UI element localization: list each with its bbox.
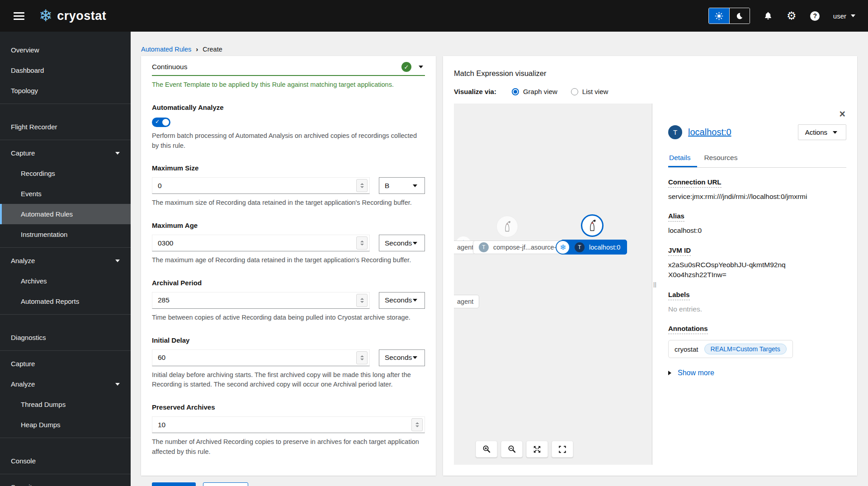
notifications-button[interactable] [763, 10, 774, 21]
sidebar-item-diagnostics[interactable]: Diagnostics [0, 327, 131, 348]
sidebar-item-thread-dumps[interactable]: Thread Dumps [0, 394, 131, 415]
fullscreen-button[interactable] [552, 441, 573, 458]
topology-graph[interactable]: ❄ agent T compose-jf...asource-1 ❄ T loc… [454, 104, 652, 465]
initial-delay-unit-select[interactable]: Seconds [379, 349, 425, 366]
number-spinner[interactable] [356, 236, 368, 250]
chevron-right-icon [668, 371, 671, 375]
number-spinner[interactable] [411, 418, 423, 431]
brand-name: cryostat [57, 9, 106, 23]
chevron-down-icon [419, 66, 423, 68]
chevron-down-icon [115, 383, 120, 386]
sidebar-divider [0, 140, 131, 140]
jvm-id-label: JVM ID [668, 246, 691, 256]
auto-analyze-label: Automatically Analyze [152, 104, 425, 111]
localhost-node-badge[interactable]: ❄ T localhost:0 [561, 240, 627, 255]
sidebar-group-capture[interactable]: Capture [0, 143, 131, 163]
actions-dropdown[interactable]: Actions [798, 124, 846, 140]
realm-chip[interactable]: REALM=Custom Targets [704, 344, 787, 354]
help-button[interactable]: ? [810, 10, 821, 21]
archival-period-field [152, 292, 370, 309]
sidebar-item-capture-2[interactable]: Capture [0, 354, 131, 374]
sidebar-group-analyze-2[interactable]: Analyze [0, 374, 131, 394]
sidebar-item-automated-rules[interactable]: Automated Rules [0, 204, 131, 224]
sidebar-item-heap-dumps[interactable]: Heap Dumps [0, 415, 131, 435]
sidebar-item-security[interactable]: Security [0, 477, 131, 486]
sidebar-item-recordings[interactable]: Recordings [0, 163, 131, 184]
labels-label: Labels [668, 291, 690, 300]
sidebar-item-flight-recorder[interactable]: Flight Recorder [0, 117, 131, 137]
archival-period-unit-select[interactable]: Seconds [379, 292, 425, 309]
auto-analyze-toggle[interactable]: ✓ [152, 118, 170, 127]
jvm-id-value: x2aSu0sRCOspYeobhJU-qkmtM92nqX0o4hzsh22T… [668, 260, 786, 280]
graph-node-compose[interactable] [496, 216, 518, 237]
number-spinner[interactable] [356, 351, 368, 364]
preserved-archives-label: Preserved Archives [152, 403, 425, 411]
agent-badge-label: agent [457, 244, 473, 251]
brand[interactable]: ❄ cryostat [39, 8, 106, 24]
question-circle-icon: ? [810, 11, 820, 21]
sidebar-divider [0, 247, 131, 248]
sidebar-item-dashboard[interactable]: Dashboard [0, 60, 131, 80]
maximum-age-unit-select[interactable]: Seconds [379, 235, 425, 251]
sidebar-item-console[interactable]: Console [0, 451, 131, 471]
sidebar-item-instrumentation[interactable]: Instrumentation [0, 224, 131, 245]
tab-resources[interactable]: Resources [697, 149, 744, 167]
sidebar-item-events[interactable]: Events [0, 184, 131, 204]
preserved-archives-helper: The number of Archived Recording copies … [152, 437, 425, 457]
sidebar-divider [0, 350, 131, 351]
close-icon[interactable]: × [840, 109, 845, 119]
maximum-age-input[interactable] [157, 239, 356, 248]
chevron-down-icon [413, 356, 417, 359]
maximum-age-field [152, 235, 370, 251]
actions-label: Actions [805, 128, 827, 136]
alias-label: Alias [668, 212, 684, 222]
drawer-resize-handle[interactable]: || [652, 104, 658, 465]
number-spinner[interactable] [356, 179, 368, 192]
duke-icon [585, 219, 599, 232]
event-template-select[interactable]: Continuous ✓ [152, 59, 425, 76]
show-more[interactable]: Show more [668, 369, 846, 377]
cancel-button[interactable]: Cancel [203, 482, 248, 486]
annotation-key: cryostat [675, 345, 698, 353]
archival-period-unit-value: Seconds [385, 296, 412, 304]
sidebar-item-archives[interactable]: Archives [0, 271, 131, 291]
zoom-out-button[interactable] [501, 441, 523, 458]
snowflake-logo-icon: ❄ [39, 8, 52, 24]
archival-period-helper: Time between copies of active Recording … [152, 313, 425, 323]
settings-button[interactable]: ⚙ [786, 10, 797, 21]
sidebar-group-analyze[interactable]: Analyze [0, 250, 131, 271]
dark-theme-button[interactable] [729, 8, 750, 24]
sidebar-item-overview[interactable]: Overview [0, 40, 131, 60]
chevron-down-icon [115, 260, 120, 262]
zoom-in-button[interactable] [476, 441, 497, 458]
compose-node-badge[interactable]: T compose-jf...asource-1 [473, 241, 566, 254]
graph-node-localhost[interactable] [581, 214, 604, 237]
show-more-link[interactable]: Show more [678, 369, 714, 377]
nav-toggle-icon[interactable] [14, 10, 24, 22]
sidebar-item-topology[interactable]: Topology [0, 80, 131, 101]
maximum-size-unit-select[interactable]: B [379, 177, 425, 194]
initial-delay-input[interactable] [157, 353, 356, 362]
preserved-archives-input[interactable] [157, 420, 411, 429]
target-title-link[interactable]: localhost:0 [688, 127, 798, 137]
visualize-via-label: Visualize via: [454, 88, 496, 95]
sidebar-divider [0, 474, 131, 474]
moon-icon [736, 12, 743, 20]
target-avatar: T [479, 242, 489, 252]
light-theme-button[interactable] [709, 8, 729, 24]
create-button[interactable]: Create [152, 482, 196, 486]
archival-period-input[interactable] [157, 296, 356, 305]
user-menu[interactable]: user [833, 12, 855, 20]
agent-badge-2[interactable]: agent [454, 295, 479, 308]
breadcrumb-automated-rules-link[interactable]: Automated Rules [141, 46, 191, 53]
list-view-radio[interactable]: List view [571, 88, 609, 95]
graph-view-radio[interactable]: Graph view [512, 88, 557, 95]
user-menu-label: user [833, 12, 846, 20]
maximum-size-input[interactable] [157, 181, 356, 190]
sidebar-item-automated-reports[interactable]: Automated Reports [0, 291, 131, 311]
fit-to-screen-button[interactable] [526, 441, 548, 458]
number-spinner[interactable] [356, 294, 368, 307]
cryostat-snowflake-icon: ❄ [556, 240, 570, 255]
tab-details[interactable]: Details [668, 149, 697, 167]
compose-node-label: compose-jf...asource-1 [493, 244, 560, 251]
